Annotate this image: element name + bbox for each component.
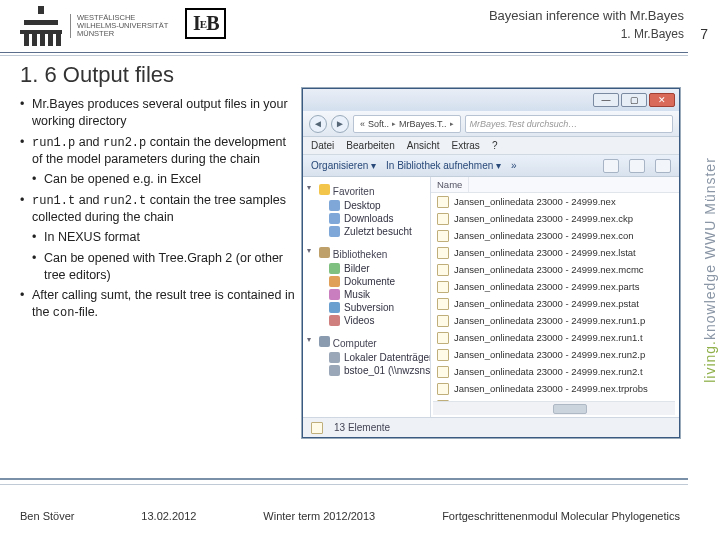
sidebar-disk-network[interactable]: bstoe_01 (\\nwzsns) <box>305 364 428 377</box>
header: WESTFÄLISCHE WILHELMS-UNIVERSITÄT MÜNSTE… <box>0 0 720 55</box>
bullet-3-sub1: In NEXUS format <box>32 229 295 246</box>
menu-help[interactable]: ? <box>492 140 498 151</box>
horizontal-scrollbar[interactable] <box>433 401 675 415</box>
section-label: 1. Mr.Bayes <box>489 27 684 41</box>
file-name: Jansen_onlinedata 23000 - 24999.nex.run2… <box>454 349 645 360</box>
menu-edit[interactable]: Bearbeiten <box>346 140 394 151</box>
search-input[interactable]: MrBayes.Test durchsuch… <box>465 115 673 133</box>
file-name: Jansen_onlinedata 23000 - 24999.nex.ckp <box>454 213 633 224</box>
side-dot: . <box>702 340 718 345</box>
disk-icon <box>329 365 340 376</box>
toolbar-share[interactable]: » <box>511 160 517 171</box>
recent-icon <box>329 226 340 237</box>
l: Lokaler Datenträger <box>344 352 431 363</box>
file-row[interactable]: Jansen_onlinedata 23000 - 24999.nex.run2… <box>431 346 679 363</box>
footer: Ben Stöver 13.02.2012 Winter term 2012/2… <box>20 510 680 522</box>
window-titlebar[interactable]: — ▢ ✕ <box>303 89 679 111</box>
sidebar-music[interactable]: Musik <box>305 288 428 301</box>
sidebar-disk-local[interactable]: Lokaler Datenträger <box>305 351 428 364</box>
view-icon[interactable] <box>603 159 619 173</box>
file-row[interactable]: Jansen_onlinedata 23000 - 24999.nex.part… <box>431 278 679 295</box>
rule-bottom-1 <box>0 478 688 480</box>
l: Videos <box>344 315 374 326</box>
col-name: Name <box>431 177 469 192</box>
library-icon <box>319 247 330 258</box>
sidebar-pictures[interactable]: Bilder <box>305 262 428 275</box>
sidebar-downloads[interactable]: Downloads <box>305 212 428 225</box>
search-placeholder: MrBayes.Test durchsuch… <box>470 119 578 129</box>
pictures-icon <box>329 263 340 274</box>
status-text: 13 Elemente <box>334 422 390 433</box>
desktop-icon <box>329 200 340 211</box>
file-row[interactable]: Jansen_onlinedata 23000 - 24999.nex.run2… <box>431 363 679 380</box>
close-button[interactable]: ✕ <box>649 93 675 107</box>
code-run2p: run2.p <box>103 136 146 150</box>
sidebar-subversion[interactable]: Subversion <box>305 301 428 314</box>
back-button[interactable]: ◄ <box>309 115 327 133</box>
slide-title: 1. 6 Output files <box>20 62 174 88</box>
l: Musik <box>344 289 370 300</box>
sidebar-computer[interactable]: Computer <box>305 333 428 351</box>
sidebar-recent[interactable]: Zuletzt besucht <box>305 225 428 238</box>
breadcrumb[interactable]: « Soft.. ▸ MrBayes.T.. ▸ <box>353 115 461 133</box>
scrollbar-thumb[interactable] <box>553 404 587 414</box>
file-icon <box>437 298 449 310</box>
toolbar: Organisieren ▾ In Bibliothek aufnehmen ▾… <box>303 155 679 177</box>
computer-icon <box>319 336 330 347</box>
menu-view[interactable]: Ansicht <box>407 140 440 151</box>
sidebar-desktop[interactable]: Desktop <box>305 199 428 212</box>
t: and <box>75 193 103 207</box>
file-row[interactable]: Jansen_onlinedata 23000 - 24999.nex.run1… <box>431 312 679 329</box>
l: Computer <box>333 338 377 349</box>
file-icon <box>437 383 449 395</box>
file-row[interactable]: Jansen_onlinedata 23000 - 24999.nex.trpr… <box>431 380 679 397</box>
maximize-button[interactable]: ▢ <box>621 93 647 107</box>
sidebar-favorites[interactable]: Favoriten <box>305 181 428 199</box>
file-row[interactable]: Jansen_onlinedata 23000 - 24999.nex <box>431 193 679 210</box>
code-con: con <box>53 306 75 320</box>
toolbar-organize[interactable]: Organisieren ▾ <box>311 160 376 171</box>
file-icon <box>437 349 449 361</box>
toolbar-include[interactable]: In Bibliothek aufnehmen ▾ <box>386 160 501 171</box>
footer-author: Ben Stöver <box>20 510 74 522</box>
header-right: Bayesian inference with Mr.Bayes 1. Mr.B… <box>489 8 684 41</box>
file-name: Jansen_onlinedata 23000 - 24999.nex.mcmc <box>454 264 644 275</box>
file-icon <box>437 247 449 259</box>
file-row[interactable]: Jansen_onlinedata 23000 - 24999.nex.psta… <box>431 295 679 312</box>
bullet-3-sub2: Can be opened with Tree.Graph 2 (or othe… <box>32 250 295 284</box>
file-list-header[interactable]: Name <box>431 177 679 193</box>
bullet-1-text: Mr.Bayes produces several output files i… <box>32 97 288 128</box>
page-number: 7 <box>700 26 708 42</box>
file-row[interactable]: Jansen_onlinedata 23000 - 24999.nex.ckp <box>431 210 679 227</box>
file-row[interactable]: Jansen_onlinedata 23000 - 24999.nex.run1… <box>431 329 679 346</box>
bullet-3: run1.t and run2.t contain the tree sampl… <box>20 192 295 284</box>
sidebar-documents[interactable]: Dokumente <box>305 275 428 288</box>
file-list: Name Jansen_onlinedata 23000 - 24999.nex… <box>431 177 679 417</box>
file-row[interactable]: Jansen_onlinedata 23000 - 24999.nex.con <box>431 227 679 244</box>
crumb-2: MrBayes.T.. <box>399 119 447 129</box>
l: Dokumente <box>344 276 395 287</box>
subversion-icon <box>329 302 340 313</box>
file-name: Jansen_onlinedata 23000 - 24999.nex.run2… <box>454 366 643 377</box>
l: Zuletzt besucht <box>344 226 412 237</box>
file-row[interactable]: Jansen_onlinedata 23000 - 24999.nex.lsta… <box>431 244 679 261</box>
l: Bilder <box>344 263 370 274</box>
forward-button[interactable]: ► <box>331 115 349 133</box>
l: Subversion <box>344 302 394 313</box>
l: Desktop <box>344 200 381 211</box>
minimize-button[interactable]: — <box>593 93 619 107</box>
explorer-window: — ▢ ✕ ◄ ► « Soft.. ▸ MrBayes.T.. ▸ MrBay… <box>302 88 680 438</box>
sidebar-videos[interactable]: Videos <box>305 314 428 327</box>
wwu-logo: WESTFÄLISCHE WILHELMS-UNIVERSITÄT MÜNSTE… <box>20 6 168 46</box>
menu-file[interactable]: Datei <box>311 140 334 151</box>
file-icon <box>437 315 449 327</box>
file-row[interactable]: Jansen_onlinedata 23000 - 24999.nex.mcmc <box>431 261 679 278</box>
sidebar-libraries[interactable]: Bibliotheken <box>305 244 428 262</box>
menu-extras[interactable]: Extras <box>452 140 480 151</box>
star-icon <box>319 184 330 195</box>
file-icon <box>437 281 449 293</box>
download-icon <box>329 213 340 224</box>
preview-icon[interactable] <box>629 159 645 173</box>
file-name: Jansen_onlinedata 23000 - 24999.nex <box>454 196 616 207</box>
help-icon[interactable] <box>655 159 671 173</box>
